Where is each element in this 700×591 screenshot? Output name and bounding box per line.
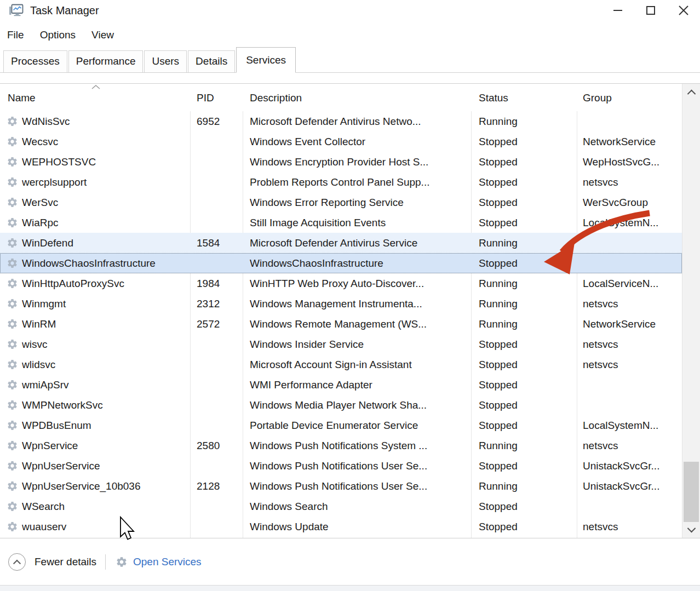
- service-description: WMI Performance Adapter: [250, 375, 469, 395]
- column-header-pid[interactable]: PID: [197, 84, 214, 112]
- service-description: WindowsChaosInfrastructure: [250, 253, 469, 273]
- tab-services[interactable]: Services: [236, 47, 296, 73]
- window-bottom-edge: [0, 585, 700, 591]
- service-status: Stopped: [479, 354, 575, 375]
- table-row[interactable]: WinHttpAutoProxySvc 1984 WinHTTP Web Pro…: [0, 273, 682, 294]
- service-description: Windows Search: [250, 496, 469, 517]
- menu-file[interactable]: File: [7, 29, 24, 41]
- table-row[interactable]: wmiApSrv WMI Performance Adapter Stopped: [0, 375, 682, 395]
- tab-users[interactable]: Users: [144, 50, 187, 72]
- service-name: wlidsvc: [22, 354, 187, 375]
- service-status: Stopped: [479, 456, 575, 476]
- service-group: netsvcs: [583, 435, 680, 456]
- table-row[interactable]: WpnUserService_10b036 2128 Windows Push …: [0, 476, 682, 496]
- service-description: Windows Remote Management (WS...: [250, 314, 469, 334]
- service-status: Stopped: [479, 213, 575, 233]
- service-gear-icon: [7, 278, 18, 289]
- service-gear-icon: [7, 338, 18, 350]
- service-pid: 2312: [197, 294, 242, 314]
- table-row[interactable]: WdNisSvc 6952 Microsoft Defender Antivir…: [0, 111, 682, 131]
- service-status: Running: [479, 294, 575, 314]
- service-gear-icon: [7, 136, 18, 147]
- service-status: Stopped: [479, 496, 575, 517]
- table-row[interactable]: WSearch Windows Search Stopped: [0, 496, 682, 517]
- service-name: WpnUserService_10b036: [22, 476, 187, 496]
- table-row[interactable]: WiaRpc Still Image Acquisition Events St…: [0, 213, 682, 233]
- table-row[interactable]: WpnService 2580 Windows Push Notificatio…: [0, 435, 682, 456]
- service-gear-icon: [7, 379, 18, 391]
- table-row[interactable]: Wecsvc Windows Event Collector Stopped N…: [0, 131, 682, 152]
- menu-view[interactable]: View: [91, 29, 114, 41]
- service-name: wuauserv: [22, 517, 187, 537]
- table-row[interactable]: WinRM 2572 Windows Remote Management (WS…: [0, 314, 682, 334]
- service-pid: 2128: [197, 476, 242, 496]
- service-pid: 6952: [197, 111, 242, 131]
- column-header-group[interactable]: Group: [583, 84, 612, 112]
- fewer-details-label: Fewer details: [35, 556, 96, 568]
- service-name: WdNisSvc: [22, 111, 187, 131]
- footer-bar: Fewer details Open Services: [0, 539, 700, 585]
- column-header-name[interactable]: Name: [8, 84, 36, 112]
- scrollbar-thumb[interactable]: [684, 462, 699, 522]
- scroll-up-button[interactable]: [682, 85, 700, 99]
- service-description: Microsoft Defender Antivirus Netwo...: [250, 111, 469, 131]
- column-header-description[interactable]: Description: [250, 84, 302, 112]
- service-gear-icon: [7, 237, 18, 249]
- service-name: WindowsChaosInfrastructure: [22, 253, 187, 273]
- open-services-link[interactable]: Open Services: [116, 556, 202, 568]
- tab-processes[interactable]: Processes: [3, 50, 67, 72]
- service-group: WerSvcGroup: [583, 192, 680, 213]
- table-row[interactable]: wuauserv Windows Update Stopped netsvcs: [0, 517, 682, 537]
- table-row[interactable]: wlidsvc Microsoft Account Sign-in Assist…: [0, 354, 682, 375]
- tab-strip: Processes Performance Users Details Serv…: [0, 47, 700, 73]
- services-table: Name PID Description Status Group WdNisS…: [0, 83, 700, 538]
- service-status: Stopped: [479, 517, 575, 537]
- service-pid: 2572: [197, 314, 242, 334]
- service-gear-icon: [7, 480, 18, 492]
- tab-details[interactable]: Details: [188, 50, 235, 72]
- service-gear-icon: [7, 318, 18, 330]
- chevron-up-icon: [13, 560, 21, 567]
- service-name: wisvc: [22, 334, 187, 354]
- service-status: Running: [479, 476, 575, 496]
- table-row[interactable]: Winmgmt 2312 Windows Management Instrume…: [0, 294, 682, 314]
- vertical-scrollbar[interactable]: [682, 84, 700, 538]
- gear-icon: [116, 556, 128, 568]
- menu-options[interactable]: Options: [40, 29, 76, 41]
- service-pid: 1984: [197, 273, 242, 294]
- minimize-button[interactable]: [601, 0, 634, 21]
- column-header-status[interactable]: Status: [479, 84, 508, 112]
- scroll-down-button[interactable]: [682, 523, 700, 537]
- service-group: UnistackSvcGr...: [583, 456, 680, 476]
- service-pid: 2580: [197, 435, 242, 456]
- table-row[interactable]: WPDBusEnum Portable Device Enumerator Se…: [0, 415, 682, 435]
- fewer-details-button[interactable]: Fewer details: [8, 553, 96, 571]
- tab-performance[interactable]: Performance: [68, 50, 144, 72]
- table-row[interactable]: wercplsupport Problem Reports Control Pa…: [0, 172, 682, 192]
- service-status: Stopped: [479, 192, 575, 213]
- maximize-button[interactable]: [634, 0, 667, 21]
- service-status: Stopped: [479, 152, 575, 172]
- service-group: netsvcs: [583, 172, 680, 192]
- close-button[interactable]: [667, 0, 700, 21]
- service-gear-icon: [7, 460, 18, 472]
- service-name: WpnService: [22, 435, 187, 456]
- service-gear-icon: [7, 501, 18, 512]
- table-row[interactable]: WpnUserService Windows Push Notification…: [0, 456, 682, 476]
- table-row[interactable]: WEPHOSTSVC Windows Encryption Provider H…: [0, 152, 682, 172]
- service-description: WinHTTP Web Proxy Auto-Discover...: [250, 273, 469, 294]
- close-icon: [677, 4, 690, 17]
- service-description: Microsoft Account Sign-in Assistant: [250, 354, 469, 375]
- table-row[interactable]: WindowsChaosInfrastructure WindowsChaosI…: [0, 253, 682, 273]
- service-name: WerSvc: [22, 192, 187, 213]
- table-row[interactable]: WinDefend 1584 Microsoft Defender Antivi…: [0, 233, 682, 253]
- service-status: Running: [479, 111, 575, 131]
- service-description: Windows Insider Service: [250, 334, 469, 354]
- table-row[interactable]: WMPNetworkSvc Windows Media Player Netwo…: [0, 395, 682, 415]
- service-gear-icon: [7, 176, 18, 188]
- service-gear-icon: [7, 440, 18, 451]
- table-row[interactable]: wisvc Windows Insider Service Stopped ne…: [0, 334, 682, 354]
- service-description: Problem Reports Control Panel Supp...: [250, 172, 469, 192]
- service-status: Stopped: [479, 253, 575, 273]
- table-row[interactable]: WerSvc Windows Error Reporting Service S…: [0, 192, 682, 213]
